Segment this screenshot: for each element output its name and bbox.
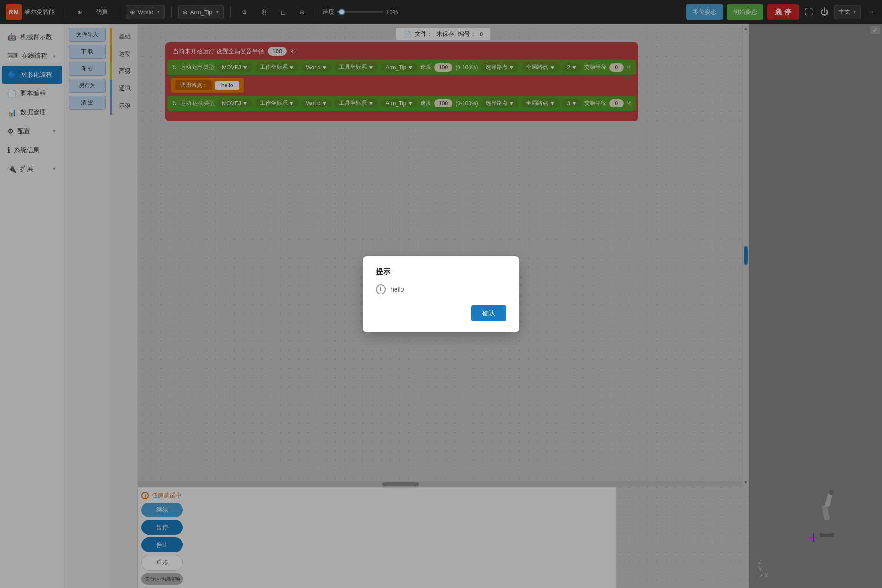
modal-content: i hello <box>376 284 506 294</box>
modal-footer: 确认 <box>376 305 506 321</box>
modal-overlay: 提示 i hello 确认 <box>0 0 882 588</box>
modal-title: 提示 <box>376 267 506 277</box>
modal-box: 提示 i hello 确认 <box>363 256 519 332</box>
modal-info-icon: i <box>376 284 386 294</box>
modal-message: hello <box>390 286 404 293</box>
modal-confirm-button[interactable]: 确认 <box>471 305 506 321</box>
